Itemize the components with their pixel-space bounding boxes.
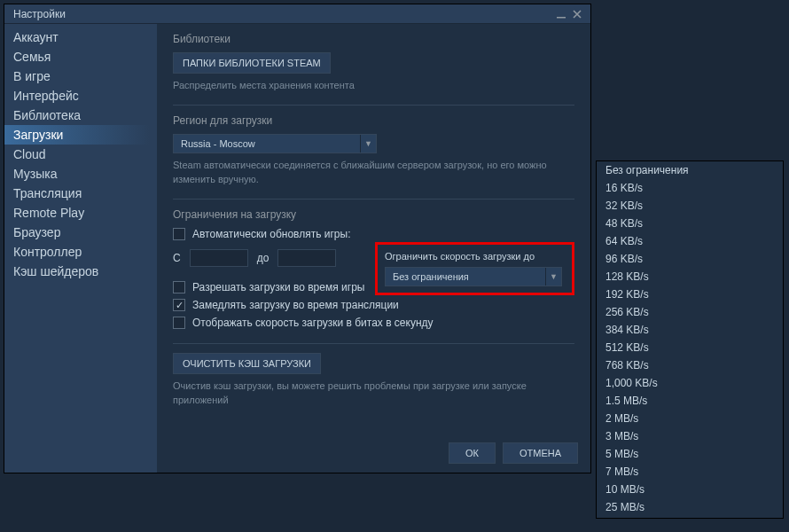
cache-desc: Очистив кэш загрузки, вы можете решить п… — [173, 379, 574, 407]
dropdown-item[interactable]: 2 MB/s — [597, 410, 783, 427]
limit-speed-label: Ограничить скорость загрузки до — [385, 251, 565, 262]
region-title: Регион для загрузки — [173, 114, 574, 127]
dropdown-item[interactable]: 1.5 MB/s — [597, 392, 783, 410]
sidebar-item-label: Кэш шейдеров — [13, 264, 98, 278]
sidebar-item-label: Remote Play — [13, 206, 84, 220]
dropdown-item[interactable]: 25 MB/s — [597, 498, 783, 516]
divider — [173, 199, 574, 200]
sidebar-item-label: Семья — [13, 50, 51, 64]
dropdown-item[interactable]: 1,000 KB/s — [597, 374, 783, 392]
dropdown-item[interactable]: Без ограничения — [597, 161, 783, 179]
dropdown-item[interactable]: 16 KB/s — [597, 179, 783, 197]
divider — [173, 105, 574, 106]
sidebar-item[interactable]: Библиотека — [4, 106, 157, 125]
sidebar-item[interactable]: Семья — [4, 47, 157, 66]
from-label: C — [173, 252, 181, 264]
allow-in-game-checkbox[interactable] — [173, 281, 185, 293]
ok-button[interactable]: ОК — [449, 442, 496, 464]
auto-update-label: Автоматически обновлять игры: — [192, 228, 350, 240]
region-desc: Steam автоматически соединяется с ближай… — [173, 159, 574, 186]
limits-title: Ограничения на загрузку — [173, 208, 574, 221]
sidebar: АккаунтСемьяВ игреИнтерфейсБиблиотекаЗаг… — [4, 24, 157, 473]
sidebar-item[interactable]: Трансляция — [4, 184, 157, 203]
from-time-input[interactable] — [190, 249, 248, 267]
sidebar-item[interactable]: Музыка — [4, 164, 157, 184]
dropdown-item[interactable]: 96 KB/s — [597, 250, 783, 268]
libraries-title: Библиотеки — [173, 33, 574, 45]
sidebar-item[interactable]: Remote Play — [4, 203, 157, 223]
throttle-stream-label: Замедлять загрузку во время трансляции — [192, 299, 399, 311]
sidebar-item-label: Загрузки — [13, 128, 63, 142]
svg-rect-0 — [557, 17, 566, 19]
dropdown-item[interactable]: 768 KB/s — [597, 356, 783, 374]
sidebar-item[interactable]: Браузер — [4, 223, 157, 242]
show-bits-label: Отображать скорость загрузки в битах в с… — [192, 317, 434, 329]
dropdown-item[interactable]: 256 KB/s — [597, 303, 783, 321]
dropdown-item[interactable]: 10 MB/s — [597, 481, 783, 498]
dropdown-item[interactable]: 192 KB/s — [597, 286, 783, 303]
titlebar: Настройки — [4, 4, 590, 24]
divider — [173, 343, 574, 344]
libraries-desc: Распределить места хранения контента — [173, 79, 574, 92]
sidebar-item[interactable]: Интерфейс — [4, 86, 157, 106]
show-bits-checkbox[interactable] — [173, 317, 185, 329]
auto-update-checkbox[interactable] — [173, 228, 185, 240]
sidebar-item[interactable]: Контроллер — [4, 242, 157, 262]
dropdown-item[interactable]: 128 KB/s — [597, 268, 783, 286]
sidebar-item-label: Музыка — [13, 167, 58, 181]
limit-speed-select[interactable]: Без ограничения ▼ — [385, 267, 562, 286]
chevron-down-icon: ▼ — [360, 135, 376, 153]
library-folders-button[interactable]: ПАПКИ БИБЛИОТЕКИ STEAM — [173, 52, 331, 74]
sidebar-item-label: Аккаунт — [13, 30, 59, 44]
limit-speed-dropdown: Без ограничения16 KB/s32 KB/s48 KB/s64 K… — [596, 160, 784, 519]
dialog-footer: ОК ОТМЕНА — [449, 442, 578, 464]
dropdown-item[interactable]: 64 KB/s — [597, 232, 783, 250]
sidebar-item-label: В игре — [13, 69, 51, 83]
limit-speed-highlight: Ограничить скорость загрузки до Без огра… — [375, 242, 574, 295]
sidebar-item-label: Трансляция — [13, 186, 82, 200]
region-select[interactable]: Russia - Moscow ▼ — [173, 134, 377, 153]
sidebar-item[interactable]: В игре — [4, 66, 157, 86]
close-button[interactable] — [569, 6, 585, 22]
sidebar-item-label: Интерфейс — [13, 89, 79, 103]
clear-cache-button[interactable]: ОЧИСТИТЬ КЭШ ЗАГРУЗКИ — [173, 353, 321, 374]
sidebar-item-label: Контроллер — [13, 245, 82, 259]
region-selected: Russia - Moscow — [174, 138, 360, 149]
to-label: до — [257, 252, 270, 264]
sidebar-item[interactable]: Загрузки — [4, 125, 157, 145]
dropdown-item[interactable]: 384 KB/s — [597, 321, 783, 339]
dropdown-item[interactable]: 5 MB/s — [597, 445, 783, 463]
sidebar-item[interactable]: Кэш шейдеров — [4, 262, 157, 281]
dropdown-item[interactable]: 48 KB/s — [597, 215, 783, 232]
sidebar-item-label: Cloud — [13, 147, 46, 161]
dropdown-item[interactable]: 7 MB/s — [597, 463, 783, 481]
limit-speed-selected: Без ограничения — [386, 271, 545, 282]
dropdown-item[interactable]: 512 KB/s — [597, 339, 783, 356]
dropdown-item[interactable]: 32 KB/s — [597, 197, 783, 215]
sidebar-item[interactable]: Аккаунт — [4, 27, 157, 47]
dropdown-item[interactable]: 3 MB/s — [597, 427, 783, 445]
settings-window: Настройки АккаунтСемьяВ игреИнтерфейсБиб… — [4, 4, 591, 473]
throttle-stream-checkbox[interactable] — [173, 299, 185, 311]
sidebar-item[interactable]: Cloud — [4, 145, 157, 164]
cancel-button[interactable]: ОТМЕНА — [503, 442, 578, 464]
sidebar-item-label: Браузер — [13, 225, 60, 239]
chevron-down-icon: ▼ — [545, 268, 561, 286]
sidebar-item-label: Библиотека — [13, 108, 81, 122]
window-title: Настройки — [13, 8, 66, 20]
minimize-button[interactable] — [553, 6, 569, 22]
main-panel: Библиотеки ПАПКИ БИБЛИОТЕКИ STEAM Распре… — [157, 24, 590, 473]
allow-in-game-label: Разрешать загрузки во время игры — [192, 281, 364, 293]
to-time-input[interactable] — [277, 249, 336, 267]
